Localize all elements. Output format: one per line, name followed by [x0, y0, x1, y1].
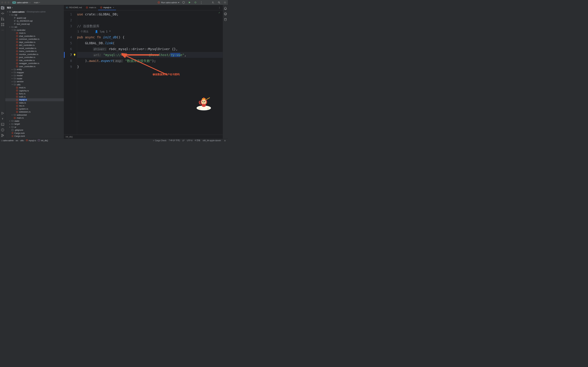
editor-body[interactable]: ✓ 1 2 3 4 5 6 7💡 8 9 use crate::GLOBAL_D…: [64, 10, 223, 135]
tree-item-salvo-admin[interactable]: ▾salvo-admin~/Desktop/salvo-admin: [5, 10, 64, 13]
readonly-lock-icon[interactable]: [223, 139, 226, 142]
structure-tool[interactable]: [1, 23, 4, 26]
navbar-item[interactable]: src: [16, 139, 18, 142]
encoding[interactable]: UTF-8: [187, 139, 192, 142]
tree-item-service[interactable]: ▸service: [5, 80, 64, 83]
run-tool[interactable]: [1, 111, 4, 115]
navbar[interactable]: □ salvo-admin›src›utils›mysql.rs›init_db…: [1, 139, 48, 142]
tree-item-excel_controller-rs[interactable]: excel_controller.rs: [5, 47, 64, 50]
tree-item-utils[interactable]: ▾utils: [5, 83, 64, 86]
git-tool[interactable]: [1, 134, 4, 137]
breadcrumb-item[interactable]: init_db(): [66, 136, 73, 138]
tree-item-target[interactable]: ▸target: [5, 123, 64, 126]
vcs-branch[interactable]: main ▾: [33, 1, 40, 4]
tree-item-router[interactable]: ▸router: [5, 77, 64, 80]
tree-item-dept_controller-rs[interactable]: dept_controller.rs: [5, 41, 64, 44]
svg-text:M↓: M↓: [66, 7, 68, 8]
chevron-right-icon: ▸: [11, 75, 13, 76]
tree-item-entity[interactable]: ▸entity: [5, 68, 64, 71]
code-text: (: [113, 41, 115, 45]
tree-item-tool_excel-sql[interactable]: tool_excel.sql: [5, 22, 64, 25]
tree-item-menu_controller-rs[interactable]: menu_controller.rs: [5, 50, 64, 53]
tree-label: websocket: [17, 114, 27, 116]
sidebar-header[interactable]: 项目 ▾: [5, 5, 64, 10]
tree-item-mod-rs[interactable]: mod.rs: [5, 86, 64, 89]
project-dropdown[interactable]: salvo-admin ▾: [17, 1, 30, 4]
tree-item-swagger_controller-rs[interactable]: swagger_controller.rs: [5, 62, 64, 65]
tab-README-md[interactable]: M↓README.md: [64, 5, 84, 10]
services-tool[interactable]: T: [1, 117, 4, 121]
code-content[interactable]: use crate::GLOBAL_DB; // 连接数据库 1 个用法 👤 l…: [77, 10, 223, 135]
line-separator[interactable]: LF: [182, 139, 185, 142]
tree-item-func-rs[interactable]: func.rs: [5, 92, 64, 95]
tree-item-dict_controller-rs[interactable]: dict_controller.rs: [5, 44, 64, 47]
tree-item-md5-rs[interactable]: md5.rs: [5, 95, 64, 98]
search-icon[interactable]: [217, 1, 221, 4]
tree-item--gitignore[interactable]: .gitignore: [5, 129, 64, 132]
usages-inlay[interactable]: 1 个用法 👤 lyq 1 *: [77, 30, 111, 33]
navbar-item[interactable]: init_db(): [41, 139, 48, 142]
tree-item-redis-rs[interactable]: redis.rs: [5, 101, 64, 104]
tree-item-controller[interactable]: ▾controller: [5, 28, 64, 32]
tree-item-Cargo-toml[interactable]: Cargo.toml: [5, 135, 64, 138]
tree-item-mapper[interactable]: ▸mapper: [5, 71, 64, 74]
close-window[interactable]: [1, 1, 3, 3]
build-icon[interactable]: [182, 1, 185, 4]
close-icon[interactable]: ×: [113, 6, 114, 9]
tree-item-mod-rs[interactable]: mod.rs: [5, 32, 64, 35]
tab-main-rs[interactable]: main.rs: [84, 5, 98, 10]
tree-item-webtoken-rs[interactable]: webtoken.rs: [5, 110, 64, 114]
zoom-window[interactable]: [8, 1, 9, 3]
ai-assistant-icon[interactable]: [224, 12, 227, 16]
run-config-selector[interactable]: Run salvo-admin ▾: [157, 1, 179, 4]
run-button[interactable]: [188, 1, 191, 4]
tree-item-user_controller-rs[interactable]: user_controller.rs: [5, 65, 64, 68]
tree-label: .gitignore: [14, 129, 23, 131]
tree-item-quartz-sql[interactable]: quartz.sql: [5, 17, 64, 19]
toolchain[interactable]: x86_64-apple-darwin: [203, 139, 221, 142]
tree-item-mysql-rs[interactable]: mysql.rs: [5, 98, 64, 101]
database-tool-icon[interactable]: [224, 18, 227, 21]
commit-tool[interactable]: [1, 12, 4, 15]
tree-item-common_controller-rs[interactable]: common_controller.rs: [5, 38, 64, 41]
debug-button[interactable]: [194, 1, 197, 4]
project-tool[interactable]: [1, 6, 4, 10]
tree-item-ry_20230223-sql[interactable]: ry_20230223.sql: [5, 19, 64, 23]
settings-icon[interactable]: [223, 1, 226, 4]
terminal-tool[interactable]: [1, 123, 4, 126]
tree-item-res-rs[interactable]: res.rs: [5, 104, 64, 108]
tree-item-ui[interactable]: ▸ui: [5, 125, 64, 129]
navbar-item[interactable]: utils: [20, 139, 24, 142]
tree-item-post_controller-rs[interactable]: post_controller.rs: [5, 56, 64, 59]
more-icon[interactable]: ⋮: [200, 1, 203, 4]
tree-item-websocket[interactable]: ▸websocket: [5, 113, 64, 117]
tab-menu-icon[interactable]: ⋮: [218, 6, 221, 9]
cargo-check-widget[interactable]: ✓ Cargo Check: [153, 139, 166, 142]
problems-tool[interactable]: [1, 128, 4, 132]
notifications-icon[interactable]: [224, 7, 227, 10]
svg-rect-63: [12, 129, 13, 131]
code-with-me-icon[interactable]: [211, 1, 215, 4]
project-tree[interactable]: ▾salvo-admin~/Desktop/salvo-admin▾sqlqua…: [5, 10, 64, 139]
tree-item-role_controller-rs[interactable]: role_controller.rs: [5, 59, 64, 62]
navbar-item[interactable]: mysql.rs: [29, 139, 36, 142]
minimize-window[interactable]: [4, 1, 6, 3]
tree-item-main-rs[interactable]: main.rs: [5, 117, 64, 120]
tree-item-monitor_controller-rs[interactable]: monitor_controller.rs: [5, 53, 64, 56]
pull-requests-tool[interactable]: [1, 17, 4, 21]
tree-item-src[interactable]: ▾src: [5, 25, 64, 29]
tree-item-captcha-rs[interactable]: captcha.rs: [5, 89, 64, 92]
indent[interactable]: 4 空格: [195, 139, 200, 142]
breadcrumbs[interactable]: init_db(): [64, 135, 223, 139]
tab-mysql-rs[interactable]: mysql.rs×: [98, 5, 116, 10]
tree-item-system-rs[interactable]: system.rs: [5, 107, 64, 110]
caret-position[interactable]: 7:49 (6 字符): [169, 139, 180, 142]
tree-item-model[interactable]: ▸model: [5, 74, 64, 77]
intention-bulb-icon[interactable]: 💡: [73, 52, 76, 58]
tree-item-sql[interactable]: ▾sql: [5, 13, 64, 17]
tree-item-Cargo-lock[interactable]: Cargo.lock: [5, 132, 64, 135]
more-tools[interactable]: ⋯: [1, 28, 4, 32]
tree-item-chat_controller-rs[interactable]: chat_controller.rs: [5, 34, 64, 38]
navbar-item[interactable]: □ salvo-admin: [1, 139, 14, 142]
tree-item-static[interactable]: ▸static: [5, 119, 64, 123]
